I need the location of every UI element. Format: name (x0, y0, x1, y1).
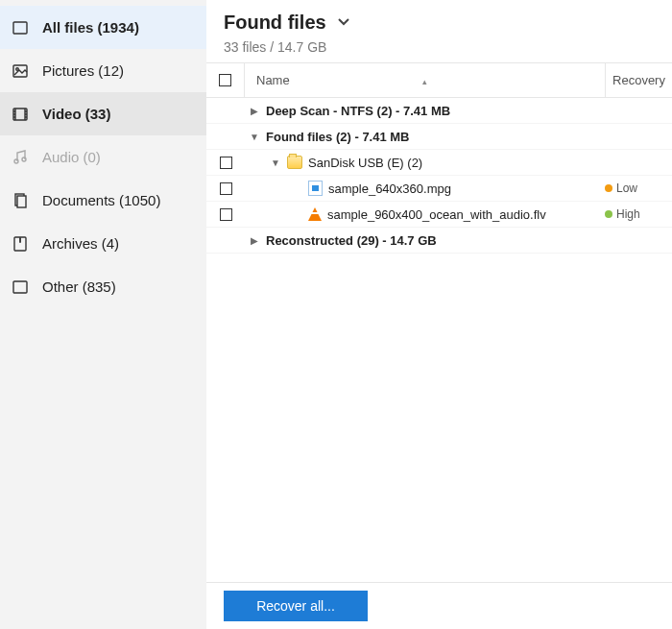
expand-icon[interactable] (249, 106, 260, 116)
table-body: Deep Scan - NTFS (2) - 7.41 MBFound file… (206, 98, 672, 582)
sidebar: All files (1934) Pictures (12) Video (33… (0, 0, 206, 629)
row-label: Found files (2) - 7.41 MB (266, 130, 410, 144)
row-name-cell: Found files (2) - 7.41 MB (245, 130, 605, 144)
column-name[interactable]: ▴ Name (245, 73, 605, 87)
row-label: Reconstructed (29) - 14.7 GB (266, 233, 437, 248)
collapse-icon[interactable] (249, 132, 260, 142)
row-name-cell: Reconstructed (29) - 14.7 GB (245, 233, 605, 248)
mpg-file-icon (308, 181, 323, 196)
table-header: ▴ Name Recovery (206, 63, 672, 98)
sidebar-item-archives[interactable]: Archives (4) (0, 222, 206, 265)
row-checkbox[interactable] (220, 157, 232, 169)
table-row[interactable]: Reconstructed (29) - 14.7 GB (206, 228, 672, 254)
row-checkbox-cell (206, 208, 245, 221)
sidebar-item-video[interactable]: Video (33) (0, 92, 206, 135)
table-row[interactable]: Found files (2) - 7.41 MB (206, 124, 672, 150)
row-name-cell: SanDisk USB (E) (2) (245, 156, 605, 170)
table-row[interactable]: SanDisk USB (E) (2) (206, 150, 672, 176)
file-table: ▴ Name Recovery Deep Scan - NTFS (2) - 7… (206, 62, 672, 582)
table-row[interactable]: sample_640x360.mpgLow (206, 176, 672, 202)
row-name-cell: sample_640x360.mpg (245, 181, 605, 196)
sidebar-item-documents[interactable]: Documents (1050) (0, 179, 206, 222)
recovery-dot-icon (605, 210, 612, 218)
sidebar-item-label: Archives (4) (42, 235, 119, 252)
footer: Recover all... (206, 582, 672, 629)
pictures-icon (12, 62, 29, 80)
sidebar-item-label: Other (835) (42, 278, 116, 295)
recovery-dot-icon (605, 184, 612, 192)
recovery-label: High (616, 207, 640, 221)
recover-all-button[interactable]: Recover all... (224, 591, 368, 621)
sidebar-item-label: Video (33) (42, 106, 110, 122)
select-all-checkbox[interactable] (219, 74, 231, 86)
row-name-cell: sample_960x400_ocean_with_audio.flv (245, 207, 605, 222)
sidebar-item-audio[interactable]: Audio (0) (0, 135, 206, 179)
sidebar-item-label: Audio (0) (42, 149, 101, 165)
chevron-down-icon (336, 13, 351, 32)
table-row[interactable]: sample_960x400_ocean_with_audio.flvHigh (206, 202, 672, 228)
row-checkbox[interactable] (220, 208, 232, 221)
header: Found files 33 files / 14.7 GB (206, 0, 672, 62)
other-icon (12, 278, 29, 296)
video-icon (12, 106, 29, 123)
svg-rect-7 (17, 196, 26, 207)
sidebar-item-label: Documents (1050) (42, 192, 160, 208)
row-checkbox-cell (206, 182, 245, 195)
row-label: SanDisk USB (E) (2) (308, 156, 422, 170)
row-recovery-cell: High (605, 207, 672, 221)
sidebar-item-label: Pictures (12) (42, 62, 124, 79)
documents-icon (12, 192, 29, 209)
page-title: Found files (224, 12, 326, 34)
app-root: All files (1934) Pictures (12) Video (33… (0, 0, 672, 629)
header-checkbox-cell (206, 63, 245, 97)
audio-icon (12, 149, 29, 166)
folder-icon (287, 156, 302, 169)
sort-arrow-icon: ▴ (422, 77, 427, 86)
expand-icon[interactable] (249, 235, 260, 246)
subtitle: 33 files / 14.7 GB (224, 39, 655, 55)
vlc-file-icon (308, 207, 322, 221)
row-checkbox-cell (206, 157, 245, 169)
column-recovery-label: Recovery (612, 73, 665, 87)
main-panel: Found files 33 files / 14.7 GB ▴ Name Re… (206, 0, 672, 629)
collapse-icon[interactable] (270, 157, 281, 168)
title-dropdown[interactable]: Found files (224, 12, 655, 34)
svg-point-2 (16, 67, 19, 70)
column-name-label: Name (256, 73, 290, 87)
row-checkbox[interactable] (220, 182, 232, 195)
svg-rect-0 (13, 22, 27, 34)
recovery-label: Low (616, 181, 637, 195)
column-recovery[interactable]: Recovery (605, 63, 672, 97)
sidebar-item-all-files[interactable]: All files (1934) (0, 6, 206, 49)
row-label: Deep Scan - NTFS (2) - 7.41 MB (266, 104, 450, 118)
sidebar-item-other[interactable]: Other (835) (0, 265, 206, 308)
svg-point-4 (14, 159, 18, 163)
svg-rect-9 (13, 281, 27, 293)
all-files-icon (12, 19, 29, 36)
table-row[interactable]: Deep Scan - NTFS (2) - 7.41 MB (206, 98, 672, 124)
row-label: sample_960x400_ocean_with_audio.flv (327, 207, 546, 222)
row-name-cell: Deep Scan - NTFS (2) - 7.41 MB (245, 104, 605, 118)
row-label: sample_640x360.mpg (328, 181, 451, 196)
sidebar-item-label: All files (1934) (42, 19, 139, 36)
row-recovery-cell: Low (605, 181, 672, 195)
sidebar-item-pictures[interactable]: Pictures (12) (0, 49, 206, 92)
archives-icon (12, 235, 29, 253)
svg-point-5 (22, 157, 26, 161)
